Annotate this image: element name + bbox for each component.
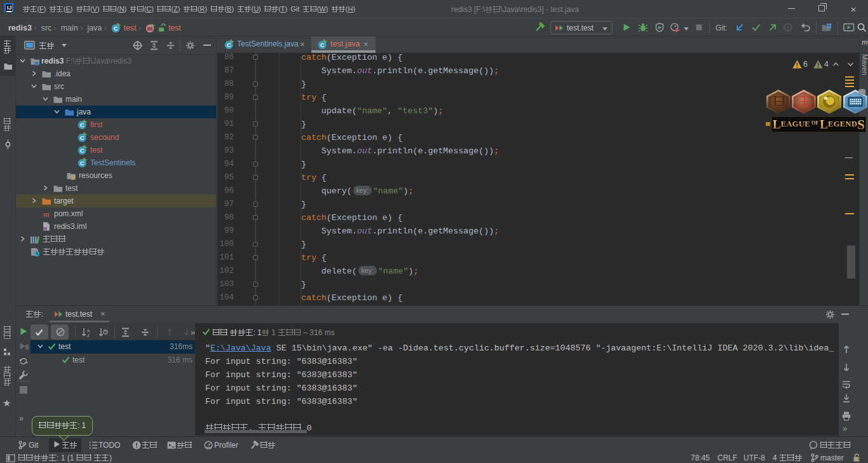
svg-text:C: C: [80, 160, 85, 167]
svg-text:C: C: [80, 134, 85, 141]
svg-text:C: C: [80, 147, 85, 154]
svg-text:9: 9: [25, 343, 29, 351]
svg-text:C: C: [320, 41, 325, 48]
svg-text:C: C: [227, 41, 231, 48]
svg-text:C: C: [114, 25, 118, 32]
svg-text:C: C: [80, 121, 85, 128]
svg-text:z: z: [87, 333, 90, 338]
svg-text:m: m: [147, 25, 153, 32]
svg-text:m: m: [43, 209, 50, 219]
